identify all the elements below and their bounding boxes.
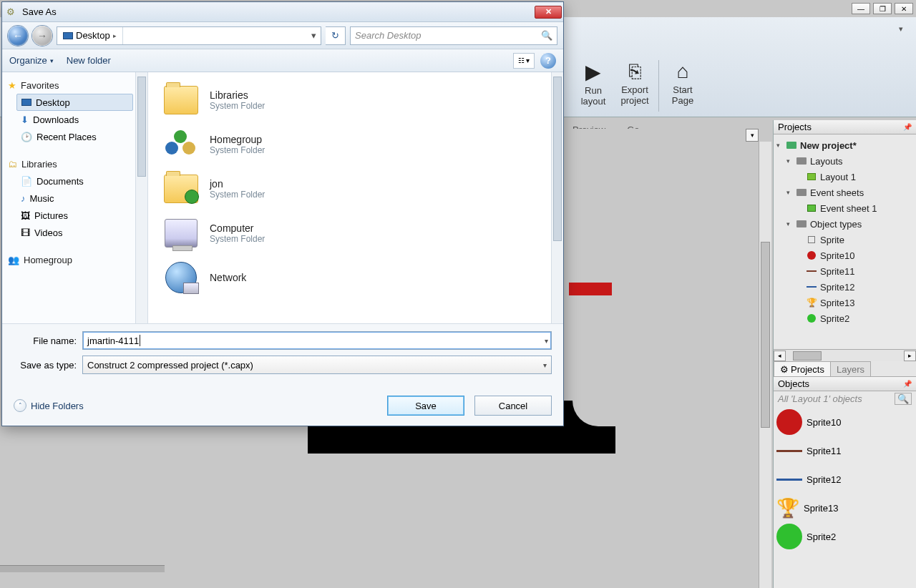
save-as-dialog: ⚙ Save As ✕ ← → Desktop ▸ ▾ ↻ Search Des… xyxy=(1,1,564,426)
projects-panel-header[interactable]: Projects 📌 xyxy=(774,120,916,134)
user-folder-icon xyxy=(164,175,198,203)
breadcrumb-desktop[interactable]: Desktop ▸ xyxy=(57,27,123,44)
save-as-type-combo[interactable]: Construct 2 compressed project (*.capx) … xyxy=(82,356,552,374)
download-icon: ⬇ xyxy=(21,114,29,125)
dialog-toolbar: Organize ▾ New folder ☷ ▾ ? xyxy=(2,49,563,72)
libraries-header[interactable]: 🗂Libraries xyxy=(8,155,147,172)
nav-sidebar: ★Favorites Desktop ⬇Downloads 🕑Recent Pl… xyxy=(2,72,148,323)
ribbon-separator xyxy=(658,60,659,112)
run-layout-button[interactable]: ▶ Run layout xyxy=(572,60,614,112)
new-folder-button[interactable]: New folder xyxy=(67,55,111,66)
project-tree[interactable]: ▾New project* ▾Layouts Layout 1 ▾Event s… xyxy=(774,134,916,349)
view-mode-button[interactable]: ☷ ▾ xyxy=(513,53,535,69)
tree-sprite13[interactable]: 🏆Sprite13 xyxy=(776,295,915,310)
pin-icon[interactable]: 📌 xyxy=(903,380,912,388)
file-name-input[interactable]: jmartin-4111 ▾ xyxy=(82,331,552,350)
tree-sprite[interactable]: Sprite xyxy=(776,232,915,248)
content-scrollbar[interactable] xyxy=(551,72,563,323)
tree-event-sheets[interactable]: ▾Event sheets xyxy=(776,185,915,200)
maximize-button[interactable]: ❐ xyxy=(873,3,892,14)
tree-layout1[interactable]: Layout 1 xyxy=(776,169,915,185)
sidebar-pictures[interactable]: 🖼Pictures xyxy=(8,207,147,224)
help-button[interactable]: ? xyxy=(540,53,556,69)
videos-icon: 🎞 xyxy=(21,227,30,238)
close-button[interactable]: ✕ xyxy=(535,6,562,19)
refresh-button[interactable]: ↻ xyxy=(326,26,346,45)
start-page-label: Start Page xyxy=(663,84,702,106)
tab-layers[interactable]: Layers xyxy=(830,361,871,376)
gear-icon: ⚙ xyxy=(780,364,789,375)
filter-search-icon[interactable]: 🔍 xyxy=(895,393,912,405)
canvas-dropdown[interactable]: ▾ xyxy=(746,129,759,142)
breadcrumb[interactable]: Desktop ▸ ▾ xyxy=(57,26,321,45)
tree-object-types[interactable]: ▾Object types xyxy=(776,216,915,232)
item-network[interactable]: Network xyxy=(162,255,563,300)
hide-folders-button[interactable]: ˄ Hide Folders xyxy=(14,399,84,412)
favorites-header[interactable]: ★Favorites xyxy=(8,77,147,94)
homegroup-icon: 👥 xyxy=(8,255,19,265)
pictures-icon: 🖼 xyxy=(21,210,30,221)
sidebar-scrollbar[interactable] xyxy=(135,72,147,323)
export-project-button[interactable]: ⎘ Export project xyxy=(614,60,656,112)
item-homegroup[interactable]: HomegroupSystem Folder xyxy=(162,122,563,167)
tree-sprite2[interactable]: Sprite2 xyxy=(776,310,915,326)
obj-sprite11[interactable]: Sprite11 xyxy=(776,436,913,465)
minimize-button[interactable]: — xyxy=(852,3,870,14)
nav-back-button[interactable]: ← xyxy=(8,26,28,46)
cancel-button[interactable]: Cancel xyxy=(474,396,552,416)
sidebar-music[interactable]: ♪Music xyxy=(8,190,147,207)
search-placeholder: Search Desktop xyxy=(355,30,422,41)
objects-filter[interactable]: All 'Layout 1' objects 🔍 xyxy=(774,391,916,406)
homegroup-icon xyxy=(165,129,197,160)
sidebar-downloads[interactable]: ⬇Downloads xyxy=(8,111,147,128)
app-close-button[interactable]: ✕ xyxy=(895,3,913,14)
homegroup-header[interactable]: 👥Homegroup xyxy=(8,251,147,268)
ribbon-expand-icon[interactable]: ▾ xyxy=(899,24,903,34)
projects-panel-title: Projects xyxy=(778,122,812,132)
search-input[interactable]: Search Desktop 🔍 xyxy=(350,26,557,45)
breadcrumb-dropdown[interactable]: ▾ xyxy=(306,30,321,41)
chevron-down-icon[interactable]: ▾ xyxy=(545,337,548,345)
obj-sprite13[interactable]: 🏆Sprite13 xyxy=(776,494,913,522)
tree-root[interactable]: ▾New project* xyxy=(776,137,915,153)
panel-divider[interactable] xyxy=(0,565,165,572)
objects-list[interactable]: Sprite10 Sprite11 Sprite12 🏆Sprite13 Spr… xyxy=(774,406,916,588)
obj-sprite2[interactable]: Sprite2 xyxy=(776,522,913,551)
tab-projects[interactable]: ⚙Projects xyxy=(774,361,831,376)
sprite10-instance[interactable] xyxy=(569,283,612,295)
obj-sprite12[interactable]: Sprite12 xyxy=(776,465,913,494)
documents-icon: 📄 xyxy=(21,176,32,187)
canvas-vscroll[interactable] xyxy=(759,142,771,588)
obj-sprite10[interactable]: Sprite10 xyxy=(776,408,913,436)
dialog-titlebar[interactable]: ⚙ Save As ✕ xyxy=(2,2,563,22)
tree-sprite12[interactable]: Sprite12 xyxy=(776,279,915,295)
item-computer[interactable]: ComputerSystem Folder xyxy=(162,211,563,255)
pin-icon[interactable]: 📌 xyxy=(903,123,912,131)
nav-forward-button[interactable]: → xyxy=(32,26,52,46)
libraries-icon: 🗂 xyxy=(8,159,17,170)
nav-row: ← → Desktop ▸ ▾ ↻ Search Desktop 🔍 xyxy=(2,22,563,49)
sidebar-recent-places[interactable]: 🕑Recent Places xyxy=(8,128,147,145)
start-page-button[interactable]: ⌂ Start Page xyxy=(662,60,703,112)
item-libraries[interactable]: LibrariesSystem Folder xyxy=(162,78,563,122)
tree-event-sheet1[interactable]: Event sheet 1 xyxy=(776,200,915,216)
sidebar-videos[interactable]: 🎞Videos xyxy=(8,224,147,241)
tree-sprite11[interactable]: Sprite11 xyxy=(776,263,915,279)
objects-panel-header[interactable]: Objects 📌 xyxy=(774,377,916,391)
dialog-footer: ˄ Hide Folders Save Cancel xyxy=(2,388,563,426)
tree-layouts[interactable]: ▾Layouts xyxy=(776,153,915,169)
sidebar-desktop[interactable]: Desktop xyxy=(16,94,133,111)
save-button[interactable]: Save xyxy=(387,396,464,416)
item-jon[interactable]: jonSystem Folder xyxy=(162,167,563,211)
scroll-left-icon[interactable]: ◂ xyxy=(774,351,786,361)
network-icon xyxy=(165,262,197,293)
file-list[interactable]: LibrariesSystem Folder HomegroupSystem F… xyxy=(148,72,563,323)
tree-hscroll[interactable]: ◂ ▸ xyxy=(774,349,916,361)
chevron-down-icon[interactable]: ▾ xyxy=(543,361,547,369)
sidebar-documents[interactable]: 📄Documents xyxy=(8,172,147,190)
scroll-right-icon[interactable]: ▸ xyxy=(904,351,916,361)
tree-sprite10[interactable]: Sprite10 xyxy=(776,248,915,263)
export-icon: ⎘ xyxy=(629,60,641,83)
desktop-icon xyxy=(63,32,73,39)
organize-menu[interactable]: Organize ▾ xyxy=(9,55,54,66)
